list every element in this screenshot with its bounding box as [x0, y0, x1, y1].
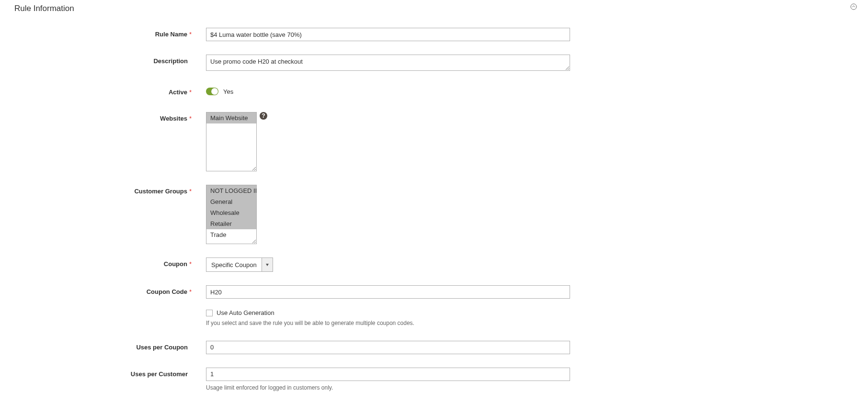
customer-groups-option[interactable]: Wholesale [206, 207, 256, 218]
coupon-select-value: Specific Coupon [206, 258, 262, 271]
svg-point-0 [851, 4, 857, 10]
auto-generation-label: Use Auto Generation [217, 309, 274, 316]
uses-per-coupon-input[interactable] [206, 341, 570, 354]
help-icon[interactable]: ? [260, 112, 267, 120]
coupon-select[interactable]: Specific Coupon [206, 257, 273, 272]
collapse-section-button[interactable] [849, 2, 858, 11]
chevron-down-icon [266, 264, 269, 266]
uses-per-customer-note: Usage limit enforced for logged in custo… [206, 384, 575, 392]
customer-groups-option[interactable]: Retailer [206, 218, 256, 229]
required-asterisk: * [189, 89, 192, 96]
section-title: Rule Information [14, 4, 854, 13]
rule-name-input[interactable] [206, 28, 570, 41]
row-rule-name: Rule Name* [14, 28, 575, 41]
form-rows: Rule Name* Description Active* [14, 28, 575, 392]
active-toggle[interactable] [206, 88, 218, 95]
row-coupon-code: Coupon Code* [14, 285, 575, 299]
label-description: Description [14, 55, 206, 65]
label-active: Active* [14, 86, 206, 96]
row-description: Description [14, 55, 575, 72]
label-websites: Websites* [14, 112, 206, 122]
label-uses-per-coupon: Uses per Coupon [14, 341, 206, 351]
label-coupon-code: Coupon Code* [14, 285, 206, 295]
customer-groups-option[interactable]: General [206, 196, 256, 207]
auto-generation-note: If you select and save the rule you will… [206, 319, 575, 327]
coupon-code-input[interactable] [206, 285, 570, 299]
chevron-up-circle-icon [850, 3, 857, 11]
customer-groups-multiselect[interactable]: NOT LOGGED INGeneralWholesaleRetailerTra… [206, 185, 257, 244]
label-rule-name: Rule Name* [14, 28, 206, 38]
toggle-knob [211, 88, 218, 95]
row-websites: Websites* Main Website ? [14, 112, 575, 171]
row-customer-groups: Customer Groups* NOT LOGGED INGeneralWho… [14, 185, 575, 244]
required-asterisk: * [189, 260, 192, 268]
label-uses-per-customer: Uses per Customer [14, 368, 206, 378]
websites-multiselect[interactable]: Main Website [206, 112, 257, 171]
row-auto-generation: Use Auto Generation If you select and sa… [14, 308, 575, 327]
rule-information-section: Rule Information Rule Name* Description [0, 0, 868, 403]
required-asterisk: * [189, 188, 192, 195]
customer-groups-option[interactable]: NOT LOGGED IN [206, 185, 256, 196]
description-textarea[interactable] [206, 55, 570, 71]
label-auto-generation [14, 308, 206, 311]
auto-generation-checkbox[interactable] [206, 310, 213, 316]
uses-per-customer-input[interactable] [206, 368, 570, 381]
label-coupon: Coupon* [14, 257, 206, 268]
row-active: Active* Yes [14, 86, 575, 96]
row-coupon: Coupon* Specific Coupon [14, 257, 575, 272]
required-asterisk: * [189, 31, 192, 38]
row-uses-per-customer: Uses per Customer Usage limit enforced f… [14, 368, 575, 392]
required-asterisk: * [189, 288, 192, 295]
required-asterisk: * [189, 115, 192, 122]
label-customer-groups: Customer Groups* [14, 185, 206, 195]
active-toggle-label: Yes [223, 88, 233, 95]
row-uses-per-coupon: Uses per Coupon [14, 341, 575, 354]
customer-groups-option[interactable]: Trade [206, 229, 256, 240]
coupon-select-button[interactable] [262, 258, 273, 271]
websites-option[interactable]: Main Website [206, 112, 256, 123]
